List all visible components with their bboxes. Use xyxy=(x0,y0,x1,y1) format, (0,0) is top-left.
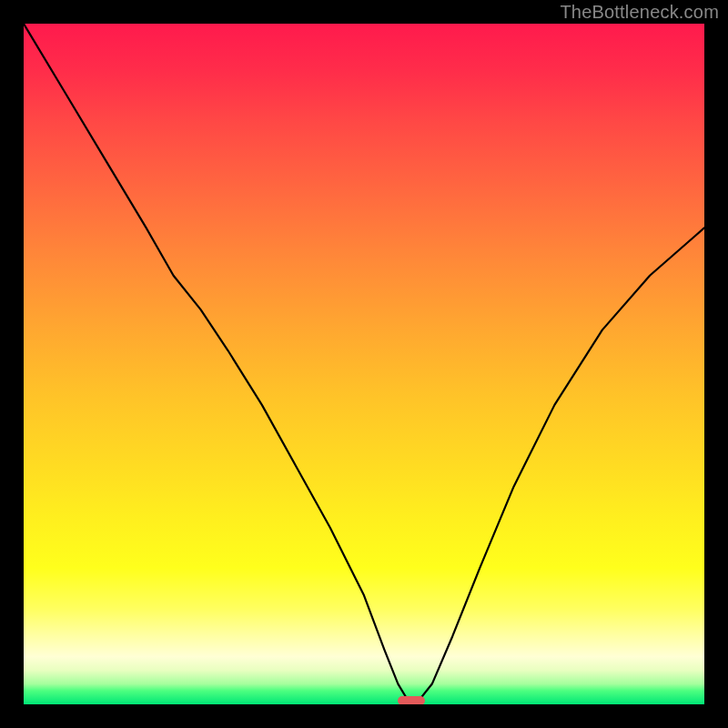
bottleneck-curve xyxy=(24,24,704,704)
plot-area xyxy=(24,24,704,704)
watermark-text: TheBottleneck.com xyxy=(560,2,719,23)
minimum-marker xyxy=(398,696,425,704)
chart-frame: TheBottleneck.com xyxy=(0,0,728,728)
